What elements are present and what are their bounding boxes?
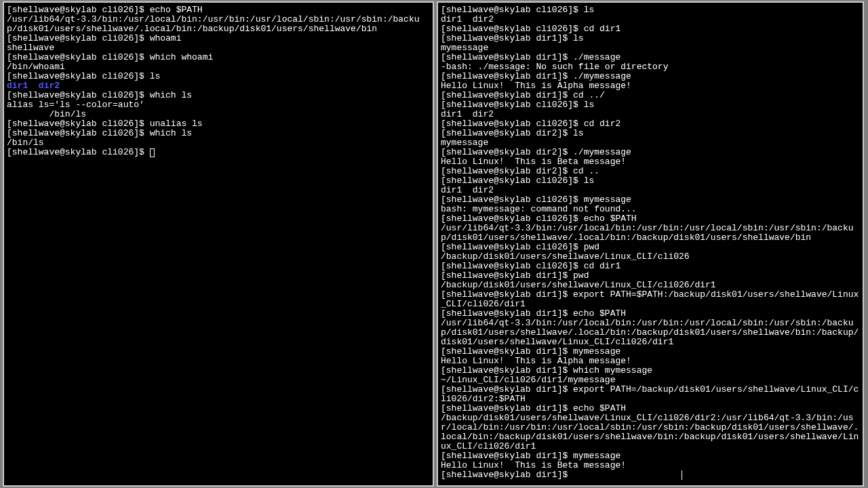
shell-command: which whoami [150,52,214,62]
terminal-line: [shellwave@skylab cli026]$ ls [441,176,860,186]
terminal-line: [shellwave@skylab dir1]$ ./message [441,53,860,62]
shell-output: /backup/disk01/users/shellwave/Linux_CLI… [441,281,860,290]
shell-prompt: [shellwave@skylab dir2]$ [441,128,573,138]
terminal-line: [shellwave@skylab dir1]$ [441,470,860,480]
shell-command: echo $PATH [573,403,626,413]
shell-command: ./mymessage [573,147,631,157]
shell-prompt: [shellwave@skylab dir1]$ [441,33,573,43]
terminal-line: [shellwave@skylab dir2]$ ./mymessage [441,148,860,157]
shell-command: echo $PATH [573,308,626,319]
directory-name: dir2 [39,81,60,91]
shell-prompt: [shellwave@skylab cli026]$ [7,52,150,62]
shell-command: cd .. [573,166,599,176]
shell-output: /backup/disk01/users/shellwave/Linux_CLI… [441,413,860,451]
terminal-line: [shellwave@skylab cli026]$ echo $PATH [441,214,860,224]
text-cursor-icon [682,470,682,480]
shell-prompt: [shellwave@skylab cli026]$ [441,24,584,34]
terminal-line: [shellwave@skylab dir1]$ which mymessage [441,366,860,375]
shell-output: dir1 dir2 [441,110,860,119]
shell-command: cd dir1 [584,24,621,34]
shell-prompt: [shellwave@skylab cli026]$ [7,128,150,138]
shell-command: pwd [584,242,599,252]
shell-output: /bin/whoami [7,62,430,72]
terminal-line: [shellwave@skylab dir1]$ echo $PATH [441,309,860,319]
shell-command: ls [584,5,595,15]
shell-output: mymessage [441,43,860,53]
shell-command: which ls [150,90,192,100]
shell-output: dir1 dir2 [441,186,860,195]
directory-name: dir1 [7,81,28,91]
shell-command: echo $PATH [150,5,203,15]
shell-output: /bin/ls [7,138,430,148]
shell-prompt: [shellwave@skylab cli026]$ [7,90,150,100]
shell-prompt: [shellwave@skylab dir1]$ [441,52,573,62]
terminal-line: [shellwave@skylab cli026]$ which ls [7,91,430,100]
terminal-line: [shellwave@skylab cli026]$ unalias ls [7,119,430,129]
shell-command: ls [584,176,595,186]
shell-prompt: [shellwave@skylab dir2]$ [441,166,573,176]
shell-command: echo $PATH [584,214,637,224]
shell-prompt: [shellwave@skylab dir2]$ [441,147,573,157]
terminal-line: [shellwave@skylab dir1]$ pwd [441,271,860,281]
shell-prompt: [shellwave@skylab dir1]$ [441,470,573,480]
shell-prompt: [shellwave@skylab dir1]$ [441,289,573,300]
terminal-line: [shellwave@skylab cli026]$ [7,148,430,157]
shell-command: ./mymessage [573,71,631,81]
shell-command: ./message [573,52,620,62]
shell-prompt: [shellwave@skylab cli026]$ [7,119,150,129]
shell-output: alias ls='ls --color=auto' [7,100,430,110]
terminal-line: [shellwave@skylab cli026]$ cd dir1 [441,24,860,34]
shell-prompt: [shellwave@skylab cli026]$ [441,119,584,129]
shell-command: unalias ls [150,119,203,129]
shell-prompt: [shellwave@skylab dir1]$ [441,270,573,281]
terminal-line: [shellwave@skylab dir1]$ echo $PATH [441,404,860,413]
cursor-icon [150,148,155,157]
shell-output: /usr/lib64/qt-3.3/bin:/usr/local/bin:/us… [441,319,860,347]
shell-prompt: [shellwave@skylab cli026]$ [7,147,150,157]
terminal-line: [shellwave@skylab cli026]$ cd dir2 [441,119,860,129]
terminal-left[interactable]: [shellwave@skylab cli026]$ echo $PATH/us… [3,1,434,487]
shell-output: Hello Linux! This is Beta message! [441,461,860,470]
terminal-line: [shellwave@skylab dir2]$ cd .. [441,167,860,176]
shell-prompt: [shellwave@skylab cli026]$ [441,100,584,110]
terminal-line: [shellwave@skylab dir1]$ mymessage [441,451,860,461]
terminal-line: [shellwave@skylab cli026]$ ls [441,100,860,110]
shell-prompt: [shellwave@skylab dir1]$ [441,384,573,394]
shell-output: mymessage [441,138,860,148]
shell-output: ~/Linux_CLI/cli026/dir1/mymessage [441,375,860,385]
shell-prompt: [shellwave@skylab cli026]$ [441,261,584,271]
shell-prompt: [shellwave@skylab cli026]$ [441,176,584,186]
terminal-line: [shellwave@skylab cli026]$ pwd [441,243,860,252]
shell-command: ls [584,100,595,110]
shell-output: shellwave [7,43,430,53]
shell-prompt: [shellwave@skylab cli026]$ [441,5,584,15]
shell-output: Hello Linux! This is Beta message! [441,157,860,167]
terminal-line: [shellwave@skylab cli026]$ echo $PATH [7,5,430,15]
shell-prompt: [shellwave@skylab dir1]$ [441,90,573,100]
terminal-line: [shellwave@skylab dir2]$ ls [441,129,860,138]
shell-output: bash: mymessage: command not found... [441,205,860,214]
terminal-line: [shellwave@skylab cli026]$ ls [441,5,860,15]
shell-command: which ls [150,128,192,138]
shell-command: ls [573,33,584,43]
shell-prompt: [shellwave@skylab cli026]$ [7,5,150,15]
terminal-line: [shellwave@skylab dir1]$ export PATH=/ba… [441,385,860,404]
shell-command: mymessage [584,195,631,205]
terminal-line: [shellwave@skylab dir1]$ mymessage [441,347,860,357]
shell-command: mymessage [573,451,620,461]
shell-prompt: [shellwave@skylab dir1]$ [441,308,573,319]
shell-output: /bin/ls [7,110,430,119]
shell-output: Hello Linux! This is Alpha message! [441,81,860,91]
shell-prompt: [shellwave@skylab dir1]$ [441,346,573,357]
terminal-line: [shellwave@skylab cli026]$ which whoami [7,53,430,62]
terminal-line: [shellwave@skylab dir1]$ cd ../ [441,91,860,100]
shell-output: /usr/lib64/qt-3.3/bin:/usr/local/bin:/us… [441,224,860,243]
shell-command: ls [573,128,584,138]
terminal-line: dir1 dir2 [7,81,430,91]
shell-prompt: [shellwave@skylab dir1]$ [441,365,573,375]
terminal-right[interactable]: [shellwave@skylab cli026]$ lsdir1 dir2[s… [437,1,864,487]
shell-command: cd dir2 [584,119,621,129]
shell-prompt: [shellwave@skylab cli026]$ [7,33,150,43]
terminal-line: [shellwave@skylab dir1]$ export PATH=$PA… [441,290,860,309]
shell-command: which mymessage [573,365,652,375]
